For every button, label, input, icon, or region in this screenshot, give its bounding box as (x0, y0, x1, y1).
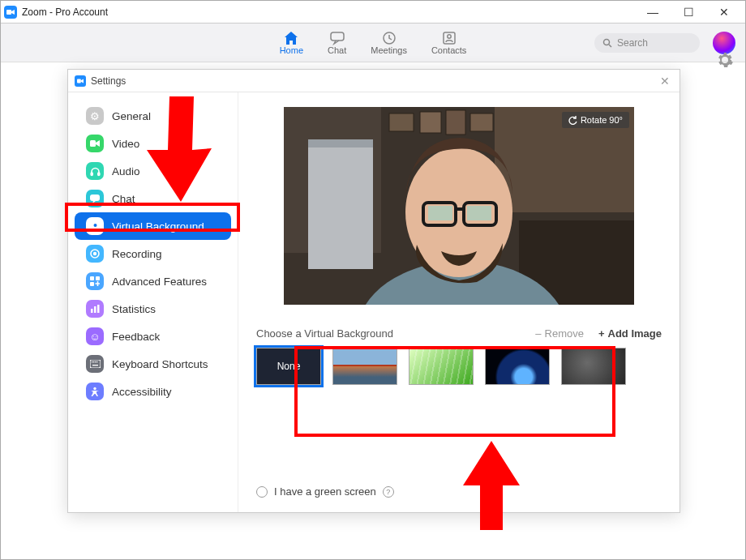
window-title: Zoom - Pro Account (22, 6, 108, 18)
svg-rect-6 (77, 79, 81, 83)
svg-rect-9 (97, 173, 99, 176)
gear-icon: ⚙ (86, 107, 104, 125)
plus-grid-icon (86, 272, 104, 290)
sidebar-item-feedback[interactable]: ☺ Feedback (75, 323, 231, 350)
sidebar-item-label: Keyboard Shortcuts (112, 358, 208, 370)
window-close[interactable]: ✕ (706, 2, 742, 23)
person-icon (86, 383, 104, 400)
smile-icon: ☺ (86, 327, 104, 345)
svg-rect-35 (420, 112, 441, 133)
sidebar-item-recording[interactable]: Recording (75, 240, 231, 267)
nav-label: Chat (328, 45, 346, 55)
rotate-button[interactable]: Rotate 90° (562, 112, 629, 128)
svg-rect-15 (90, 276, 94, 280)
sidebar-item-label: Statistics (112, 303, 156, 315)
svg-rect-20 (97, 305, 100, 313)
nav-label: Meetings (371, 45, 407, 55)
sidebar-item-virtual-background[interactable]: Virtual Background (75, 212, 231, 240)
svg-rect-30 (308, 139, 373, 269)
sidebar-item-label: Feedback (112, 331, 160, 343)
svg-rect-16 (96, 276, 100, 280)
bg-option-earth[interactable] (485, 348, 550, 385)
svg-rect-10 (90, 195, 100, 201)
video-preview: Rotate 90° (284, 107, 634, 305)
add-image-button[interactable]: + Add Image (598, 327, 662, 340)
top-nav: Home Chat Meetings Contacts Search (1, 24, 745, 62)
minus-icon: – (535, 327, 541, 340)
sidebar-item-general[interactable]: ⚙ General (75, 102, 231, 130)
sidebar-item-advanced[interactable]: Advanced Features (75, 267, 231, 295)
record-icon (86, 245, 104, 263)
sidebar-item-shortcuts[interactable]: Keyboard Shortcuts (75, 350, 231, 378)
svg-rect-25 (96, 361, 97, 362)
window-maximize[interactable]: ☐ (671, 2, 706, 23)
svg-rect-44 (467, 206, 491, 220)
user-card-icon (86, 217, 104, 235)
svg-rect-24 (95, 361, 96, 362)
bg-option-label: None (277, 361, 301, 372)
svg-rect-18 (91, 309, 93, 313)
svg-rect-19 (94, 306, 96, 313)
choose-bg-label: Choose a Virtual Background (256, 327, 393, 340)
nav-home[interactable]: Home (280, 31, 303, 55)
svg-rect-7 (90, 140, 96, 147)
settings-modal: Settings ✕ ⚙ General Video Audio (67, 69, 680, 513)
search-input[interactable]: Search (594, 33, 700, 53)
svg-rect-34 (389, 113, 414, 131)
search-icon (602, 38, 612, 48)
nav-contacts[interactable]: Contacts (431, 31, 466, 55)
nav-meetings[interactable]: Meetings (371, 31, 407, 55)
sidebar-item-label: Advanced Features (112, 276, 207, 288)
nav-label: Contacts (431, 45, 466, 55)
svg-rect-0 (6, 10, 11, 15)
settings-gear-icon[interactable] (714, 49, 735, 71)
headphones-icon (86, 162, 104, 180)
sidebar-item-label: Accessibility (112, 386, 172, 398)
help-icon[interactable]: ? (383, 486, 394, 498)
sidebar-item-label: General (112, 110, 151, 122)
green-screen-label: I have a green screen (274, 485, 376, 498)
bars-icon (86, 300, 104, 318)
svg-rect-43 (428, 206, 452, 220)
sidebar-item-chat[interactable]: Chat (75, 185, 231, 212)
sidebar-item-label: Audio (112, 165, 140, 177)
settings-sidebar: ⚙ General Video Audio Chat (68, 92, 238, 512)
remove-bg-button[interactable]: – Remove (535, 327, 584, 340)
bg-option-none[interactable]: None (256, 348, 321, 385)
svg-rect-23 (93, 361, 94, 362)
chat-icon (329, 31, 345, 45)
sidebar-item-video[interactable]: Video (75, 130, 231, 157)
background-options-grid: None (256, 348, 662, 385)
nav-chat[interactable]: Chat (328, 31, 346, 55)
sidebar-item-label: Recording (112, 248, 162, 260)
svg-rect-21 (90, 360, 101, 368)
svg-point-27 (93, 387, 96, 390)
plus-icon: + (598, 327, 605, 340)
sidebar-item-audio[interactable]: Audio (75, 157, 231, 185)
sidebar-item-statistics[interactable]: Statistics (75, 295, 231, 323)
svg-rect-22 (92, 361, 92, 362)
svg-rect-1 (331, 32, 344, 41)
bg-option-blur[interactable] (561, 348, 626, 385)
settings-close[interactable]: ✕ (657, 75, 673, 88)
settings-title: Settings (91, 75, 126, 87)
bg-option-grass[interactable] (409, 348, 474, 385)
green-screen-checkbox[interactable] (256, 486, 268, 498)
nav-label: Home (280, 45, 303, 55)
window-titlebar: Zoom - Pro Account — ☐ ✕ (1, 1, 745, 24)
svg-point-4 (447, 34, 450, 37)
window-minimize[interactable]: — (635, 2, 671, 23)
settings-modal-titlebar: Settings ✕ (68, 70, 680, 92)
chat-bubble-icon (86, 190, 104, 207)
sidebar-item-label: Video (112, 138, 139, 150)
svg-rect-31 (308, 139, 373, 147)
sidebar-item-accessibility[interactable]: Accessibility (75, 378, 231, 405)
add-label: Add Image (608, 327, 662, 340)
svg-point-5 (604, 40, 610, 45)
svg-rect-17 (90, 282, 94, 286)
svg-rect-37 (470, 113, 493, 131)
bg-option-bridge[interactable] (332, 348, 397, 385)
search-placeholder: Search (617, 37, 648, 49)
svg-point-14 (93, 252, 96, 255)
video-icon (86, 135, 104, 152)
